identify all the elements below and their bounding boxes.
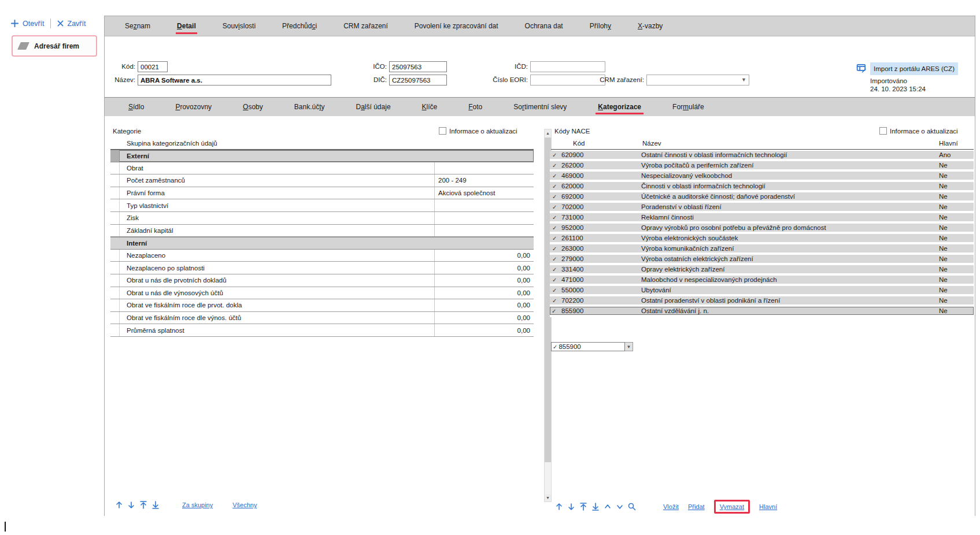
category-label: Základní kapitál [120, 225, 434, 237]
scroll-down-button[interactable]: ▼ [545, 494, 551, 501]
nace-row[interactable]: ✓ 279000 Výroba ostatních elektrických z… [550, 255, 974, 265]
sub-tab[interactable]: Bank.účty [279, 98, 341, 116]
move-up-button[interactable] [113, 500, 125, 510]
crm-select[interactable]: ▼ [646, 75, 749, 86]
category-value: 0,00 [434, 324, 534, 336]
nace-row[interactable]: ✓ 263000 Výroba komunikačních zařízení N… [550, 244, 974, 255]
nace-name: Ostatní činnosti v oblasti informačních … [640, 151, 939, 158]
nace-row[interactable]: ✓ 469000 Nespecializovaný velkoobchod Ne [550, 172, 974, 182]
category-row[interactable]: Počet zaměstnanců 200 - 249 [110, 174, 534, 187]
category-row[interactable]: Nezaplaceno po splatnosti 0,00 [110, 262, 534, 274]
footer-link[interactable]: Všechny [232, 501, 257, 508]
category-row[interactable]: Typ vlastnictví [110, 199, 534, 212]
ares-form-icon[interactable] [856, 63, 867, 73]
move-down-button[interactable] [125, 500, 137, 510]
nace-row[interactable]: ✓ 855900 Ostatní vzdělávání j. n. Ne [550, 307, 974, 317]
next-button[interactable] [613, 501, 626, 512]
nace-row[interactable]: ✓ 731000 Reklamní činnosti Ne [550, 213, 974, 224]
nace-row[interactable]: ✓ 331400 Opravy elektrických zařízení Ne [550, 265, 974, 276]
ico-input[interactable] [389, 61, 447, 72]
category-row[interactable]: Interní [110, 237, 534, 250]
category-row[interactable]: Obrat [110, 162, 534, 175]
nace-name: Výroba komunikačních zařízení [640, 245, 939, 252]
category-row[interactable]: Obrat u nás dle výnosových účtů 0,00 [110, 287, 534, 300]
nace-row[interactable]: ✓ 702200 Ostatní poradenství v oblasti p… [550, 296, 974, 307]
module-card-adresar-firem[interactable]: Adresář firem [12, 35, 97, 57]
sub-tab[interactable]: Sortimentní slevy [498, 98, 582, 116]
move-bottom-button[interactable] [589, 501, 601, 512]
sub-tab[interactable]: Kategorizace [582, 98, 657, 116]
main-tab[interactable]: Seznam [112, 16, 164, 36]
nace-row[interactable]: ✓ 550000 Ubytování Ne [550, 286, 974, 296]
nazev-input[interactable] [138, 75, 331, 86]
sub-tab[interactable]: Foto [453, 98, 498, 116]
import-ares-button[interactable]: Import z portálu ARES (CZ) [870, 62, 958, 75]
footer-link[interactable]: Vymazat [720, 503, 744, 510]
footer-link-wrap[interactable]: Hlavní [759, 503, 777, 510]
move-top-button[interactable] [137, 500, 149, 510]
main-tab[interactable]: Detail [164, 16, 209, 36]
update-info-checkbox[interactable] [879, 127, 887, 135]
main-tab[interactable]: Přílohy [576, 16, 624, 36]
category-row[interactable]: Nezaplaceno 0,00 [110, 250, 534, 262]
category-row[interactable]: Průměrná splatnost 0,00 [110, 324, 534, 337]
footer-link-wrap[interactable]: Za skupiny [182, 501, 213, 508]
category-row[interactable]: Zisk [110, 212, 534, 225]
kod-input[interactable] [138, 61, 168, 72]
main-tab[interactable]: X-vazby [624, 16, 676, 36]
category-row[interactable]: Obrat u nás dle prvotních dokladů 0,00 [110, 274, 534, 287]
sub-tab[interactable]: Provozovny [160, 98, 227, 116]
module-icon [17, 42, 29, 50]
main-tab[interactable]: Ochrana dat [512, 16, 576, 36]
sub-tab[interactable]: Osoby [227, 98, 279, 116]
category-row[interactable]: Základní kapitál [110, 225, 534, 237]
chevron-down-icon[interactable]: ▼ [625, 342, 633, 351]
nace-row[interactable]: ✓ 471000 Maloobchod v nespecializovaných… [550, 276, 974, 286]
footer-link[interactable]: Za skupiny [182, 501, 213, 508]
nace-row[interactable]: ✓ 261100 Výroba elektronických součástek… [550, 234, 974, 244]
scroll-up-button[interactable]: ▲ [545, 129, 551, 137]
category-row[interactable]: Externí [110, 150, 534, 162]
move-bottom-button[interactable] [149, 500, 161, 510]
dic-input[interactable] [389, 75, 447, 86]
footer-link[interactable]: Hlavní [759, 503, 777, 510]
main-tab[interactable]: Povolení ke zpracování dat [401, 16, 512, 36]
main-tab[interactable]: CRM zařazení [330, 16, 401, 36]
close-button[interactable]: Zavřít [57, 20, 86, 28]
sub-tab[interactable]: Sídlo [113, 98, 160, 116]
icd-input[interactable] [530, 61, 605, 72]
category-label: Nezaplaceno [120, 250, 434, 262]
footer-link-wrap[interactable]: Vložit [663, 503, 679, 510]
prev-button[interactable] [601, 501, 613, 512]
footer-link-wrap[interactable]: Vymazat [714, 500, 750, 514]
category-row[interactable]: Obrat ve fiskálním roce dle výnos. účtů … [110, 312, 534, 325]
sub-tab[interactable]: Další údaje [341, 98, 406, 116]
nace-row[interactable]: ✓ 262000 Výroba počítačů a periferních z… [550, 161, 974, 172]
move-up-button[interactable] [553, 501, 565, 512]
nace-name: Ostatní poradenství v oblasti podnikání … [640, 297, 939, 304]
sub-tab[interactable]: Klíče [406, 98, 453, 116]
main-tab[interactable]: Souvislosti [209, 16, 269, 36]
nace-row[interactable]: ✓ 692000 Účetnické a auditorské činnosti… [550, 192, 974, 203]
footer-link[interactable]: Přidat [688, 503, 705, 510]
main-tab[interactable]: Předchůdci [269, 16, 330, 36]
move-top-button[interactable] [577, 501, 589, 512]
check-icon: ✓ [550, 235, 558, 242]
nace-row[interactable]: ✓ 620000 Činnosti v oblasti informačních… [550, 182, 974, 192]
category-row[interactable]: Obrat ve fiskálním roce dle prvot. dokla… [110, 299, 534, 312]
nace-row[interactable]: ✓ 952000 Opravy výrobků pro osobní potře… [550, 224, 974, 234]
footer-link[interactable]: Vložit [663, 503, 679, 510]
move-down-button[interactable] [565, 501, 577, 512]
open-button[interactable]: Otevřít [10, 19, 45, 28]
update-info-checkbox[interactable] [439, 127, 446, 135]
sub-tab[interactable]: Formuláře [657, 98, 720, 116]
search-button[interactable] [626, 501, 638, 512]
category-row[interactable]: Právní forma Akciová společnost [110, 187, 534, 200]
footer-link-wrap[interactable]: Všechny [232, 501, 257, 508]
nace-row[interactable]: ✓ 620900 Ostatní činnosti v oblasti info… [550, 151, 974, 161]
nace-row[interactable]: ✓ 702000 Poradenství v oblasti řízení Ne [550, 203, 974, 213]
code-edit-box[interactable]: ✓ 855900 [551, 342, 625, 351]
nace-code-editor[interactable]: ✓ 855900 ▼ [550, 342, 633, 351]
sub-tab-label: Bank.účty [294, 103, 325, 111]
footer-link-wrap[interactable]: Přidat [688, 503, 705, 510]
